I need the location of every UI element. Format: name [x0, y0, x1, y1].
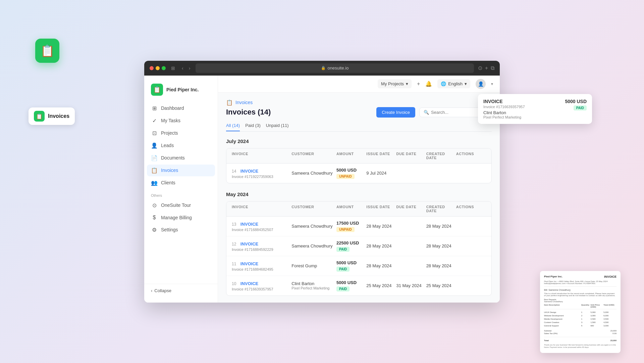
col-actions: ACTIONS: [456, 152, 486, 160]
collapse-arrow: ‹: [151, 288, 152, 293]
col-customer-may: CUSTOMER: [291, 205, 336, 213]
add-btn[interactable]: +: [417, 81, 420, 87]
url-text: onesuite.io: [328, 65, 349, 71]
section-may-2024: May 2024: [226, 191, 492, 197]
window-layout-btn[interactable]: ⊞: [170, 64, 176, 72]
invoice-preview-amount: 5000 USD PAID: [565, 99, 587, 110]
doc-table-row: Content Creation31,5004,500: [544, 321, 616, 324]
sidebar-item-clients[interactable]: 👥 Clients: [147, 177, 215, 189]
invoices-label: Invoices: [161, 168, 178, 173]
sidebar: 📋 Pied Piper Inc. ⊞ Dashboard ✓ My Tasks…: [144, 76, 218, 303]
flag-icon: 🌐: [441, 81, 446, 86]
invoice-preview-sub: Pixel Perfect Marketing: [483, 115, 561, 119]
issue-date-11: 28 May 2024: [366, 263, 396, 268]
history-btn[interactable]: ⊙: [478, 65, 482, 71]
table-row: 14 INVOICE Invoice #1719227359063 Sameer…: [226, 164, 491, 183]
doc-table-row: Website Development23,0006,000: [544, 314, 616, 317]
created-date-12: 28 May 2024: [426, 243, 456, 248]
new-tab-btn[interactable]: +: [485, 65, 488, 71]
notification-btn[interactable]: 🔔: [425, 81, 432, 87]
browser-url-bar[interactable]: 🔒 onesuite.io: [196, 63, 474, 73]
col-actions-may: ACTIONS: [456, 205, 486, 213]
sidebar-item-documents[interactable]: 📄 Documents: [147, 152, 215, 164]
collapse-btn[interactable]: ‹ Collapse: [144, 284, 218, 297]
invoice-preview-info: INVOICE Invoice #1716639357957 Clint Bar…: [483, 99, 561, 119]
col-due-may: DUE DATE: [396, 205, 426, 213]
avatar-chevron: ▾: [491, 82, 493, 86]
tab-all[interactable]: All (14): [226, 123, 240, 131]
dashboard-label: Dashboard: [161, 105, 184, 111]
col-due-date: DUE DATE: [396, 152, 426, 160]
back-btn[interactable]: ‹: [180, 64, 185, 72]
app-container: 📋 Pied Piper Inc. ⊞ Dashboard ✓ My Tasks…: [144, 76, 500, 303]
projects-label: Projects: [161, 130, 178, 136]
clients-icon: 👥: [151, 180, 158, 186]
created-date-13: 28 May 2024: [426, 224, 456, 229]
browser-actions: ⊙ + ⧉: [478, 65, 494, 71]
doc-regards: Best Regards,Sameera Chowdhury: [544, 299, 616, 303]
sidebar-item-onesuite-tour[interactable]: ⊙ OneSuite Tour: [147, 199, 215, 211]
created-date-11: 28 May 2024: [426, 263, 456, 268]
tab-unpaid[interactable]: Unpaid (11): [266, 123, 289, 131]
language-selector[interactable]: 🌐 English ▾: [437, 79, 470, 88]
invoice-table-july: INVOICE CUSTOMER AMOUNT ISSUE DATE DUE D…: [226, 148, 492, 183]
invoice-cell: 14 INVOICE Invoice #1719227359063: [232, 168, 291, 179]
floating-label-text: Invoices: [48, 113, 69, 119]
logo-icon: 📋: [151, 84, 163, 96]
dot-red[interactable]: [150, 66, 154, 70]
forward-btn[interactable]: ›: [187, 64, 192, 72]
doc-table-row: General Support56003,000: [544, 324, 616, 327]
billing-label: Manage Billing: [161, 215, 192, 220]
projects-chevron: ▾: [406, 81, 408, 86]
sidebar-item-dashboard[interactable]: ⊞ Dashboard: [147, 102, 215, 114]
amount-cell-11: 5000 USD PAID: [336, 260, 366, 272]
page-title: Invoices (14): [226, 108, 271, 117]
doc-table-rows: UI/UX Design15,0005,000Website Developme…: [544, 311, 616, 327]
tour-icon: ⊙: [151, 202, 158, 209]
user-avatar[interactable]: 👤: [476, 79, 486, 89]
table-row: 12 INVOICE Invoice #1716884592229 Sameer…: [226, 236, 491, 256]
doc-message: This is a brief introduction for the rec…: [544, 292, 616, 297]
col-customer: CUSTOMER: [291, 152, 336, 160]
customer-cell-11: Forest Gump: [291, 263, 336, 268]
content-area: 📋 Invoices Invoices (14) Create Invoice …: [218, 93, 500, 303]
section-july-2024: July 2024: [226, 138, 492, 144]
invoice-preview-title: INVOICE: [483, 99, 561, 104]
create-invoice-btn[interactable]: Create Invoice: [376, 107, 415, 118]
lang-chevron: ▾: [465, 81, 467, 86]
col-issue-date: ISSUE DATE: [366, 152, 396, 160]
lock-icon: 🔒: [321, 66, 326, 70]
clients-label: Clients: [161, 180, 175, 185]
sidebar-item-invoices[interactable]: 📋 Invoices: [147, 165, 215, 176]
browser-window: ⊞ ‹ › 🔒 onesuite.io ⊙ + ⧉ 📋 Pied Piper I…: [144, 61, 500, 303]
mytasks-label: My Tasks: [161, 118, 180, 123]
sidebar-item-manage-billing[interactable]: $ Manage Billing: [147, 212, 215, 223]
floating-label-icon: 📋: [34, 111, 45, 122]
sidebar-item-leads[interactable]: 👤 Leads: [147, 140, 215, 151]
breadcrumb: 📋 Invoices: [226, 99, 492, 106]
sidebar-item-mytasks[interactable]: ✓ My Tasks: [147, 115, 215, 127]
customer-cell: Sameera Chowdhury: [291, 171, 336, 176]
others-label: Others: [144, 189, 218, 199]
sidebar-item-settings[interactable]: ⚙ Settings: [147, 224, 215, 236]
invoices-icon: 📋: [151, 167, 158, 174]
created-date-10: 25 May 2024: [426, 283, 456, 288]
dot-yellow[interactable]: [156, 66, 160, 70]
tab-paid[interactable]: Paid (3): [245, 123, 261, 131]
billing-icon: $: [151, 215, 158, 221]
invoice-preview-num: Invoice #1716639357957: [483, 105, 561, 109]
dot-green[interactable]: [162, 66, 166, 70]
settings-label: Settings: [161, 227, 178, 232]
invoice-cell-10: 10 INVOICE Invoice #1716639357957: [232, 280, 291, 291]
col-invoice: INVOICE: [232, 152, 291, 160]
issue-date-10: 25 May 2024: [366, 283, 396, 288]
issue-date-13: 28 May 2024: [366, 224, 396, 229]
company-name: Pied Piper Inc.: [166, 87, 199, 92]
amount-cell-13: 17500 USD UNPAID: [336, 221, 366, 232]
col-issue-may: ISSUE DATE: [366, 205, 396, 213]
documents-icon: 📄: [151, 155, 158, 161]
top-bar: My Projects ▾ + 🔔 🌐 English ▾ 👤 ▾: [218, 76, 500, 93]
sidebar-item-projects[interactable]: ⊡ Projects: [147, 127, 215, 139]
copy-btn[interactable]: ⧉: [491, 65, 494, 71]
projects-selector[interactable]: My Projects ▾: [378, 79, 412, 88]
